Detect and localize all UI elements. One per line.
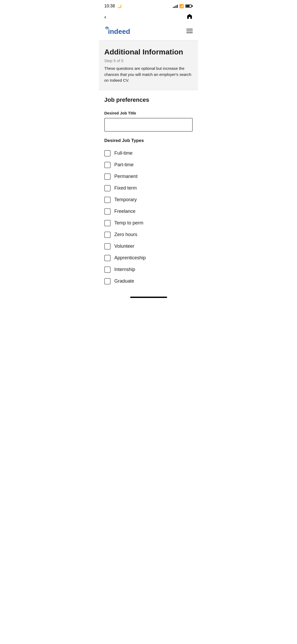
battery-icon [185,4,193,8]
step-label: Step 5 of 5 [104,58,193,63]
time-text: 10:38 [104,4,115,8]
checkbox-label-internship: Internship [114,266,135,273]
desired-job-title-input[interactable] [104,118,193,132]
hamburger-line-3 [186,33,193,33]
job-type-item[interactable]: Apprenticeship [104,252,193,264]
status-icons: 📶 [173,4,193,8]
back-button[interactable]: ‹ [104,14,106,21]
step-description: These questions are optional but increas… [104,66,193,84]
main-content: Job preferences Desired Job Title Desire… [99,90,198,293]
checkbox-part-time[interactable] [104,162,111,168]
checkbox-volunteer[interactable] [104,243,111,250]
status-time: 10:38 🌙 [104,4,122,8]
job-type-item[interactable]: Zero hours [104,229,193,241]
job-types-list: Full-timePart-timePermanentFixed termTem… [104,148,193,287]
home-indicator [99,293,198,300]
svg-text:indeed: indeed [108,27,130,35]
logo-bar: indeed [99,24,198,40]
job-type-item[interactable]: Permanent [104,171,193,182]
checkbox-internship[interactable] [104,266,111,273]
checkbox-label-zero-hours: Zero hours [114,232,137,238]
checkbox-label-part-time: Part-time [114,162,134,168]
checkbox-label-freelance: Freelance [114,208,135,214]
home-button[interactable] [186,13,193,21]
checkbox-graduate[interactable] [104,278,111,284]
desired-job-types-label: Desired Job Types [104,138,193,143]
checkbox-apprenticeship[interactable] [104,255,111,261]
moon-icon: 🌙 [117,4,122,8]
checkbox-fixed-term[interactable] [104,185,111,191]
checkbox-zero-hours[interactable] [104,232,111,238]
job-type-item[interactable]: Fixed term [104,182,193,194]
checkbox-label-fixed-term: Fixed term [114,185,137,191]
checkbox-label-full-time: Full-time [114,150,133,156]
home-indicator-bar [130,297,167,298]
wifi-icon: 📶 [179,4,184,8]
job-type-item[interactable]: Part-time [104,159,193,171]
desired-job-types-section: Desired Job Types Full-timePart-timePerm… [104,138,193,287]
desired-job-title-field: Desired Job Title [104,111,193,138]
job-type-item[interactable]: Temp to perm [104,217,193,229]
job-type-item[interactable]: Full-time [104,148,193,159]
checkbox-label-apprenticeship: Apprenticeship [114,255,146,261]
checkbox-label-permanent: Permanent [114,173,138,180]
checkbox-temporary[interactable] [104,197,111,203]
job-type-item[interactable]: Volunteer [104,241,193,252]
signal-icon [173,4,178,8]
job-type-item[interactable]: Temporary [104,194,193,206]
header-section: Additional Information Step 5 of 5 These… [99,40,198,90]
checkbox-temp-to-perm[interactable] [104,220,111,226]
checkbox-permanent[interactable] [104,173,111,180]
section-title: Job preferences [104,96,193,103]
job-type-item[interactable]: Internship [104,264,193,275]
indeed-logo: indeed [104,26,139,36]
job-type-item[interactable]: Graduate [104,275,193,287]
checkbox-freelance[interactable] [104,208,111,215]
checkbox-label-graduate: Graduate [114,278,134,284]
desired-job-title-label: Desired Job Title [104,111,193,115]
checkbox-full-time[interactable] [104,150,111,157]
job-type-item[interactable]: Freelance [104,206,193,217]
hamburger-line-1 [186,29,193,29]
page-title: Additional Information [104,48,193,56]
hamburger-menu[interactable] [186,29,193,33]
checkbox-label-volunteer: Volunteer [114,243,134,249]
checkbox-label-temporary: Temporary [114,197,137,203]
checkbox-label-temp-to-perm: Temp to perm [114,220,143,226]
nav-bar: ‹ [99,11,198,24]
hamburger-line-2 [186,31,193,31]
status-bar: 10:38 🌙 📶 [99,0,198,11]
